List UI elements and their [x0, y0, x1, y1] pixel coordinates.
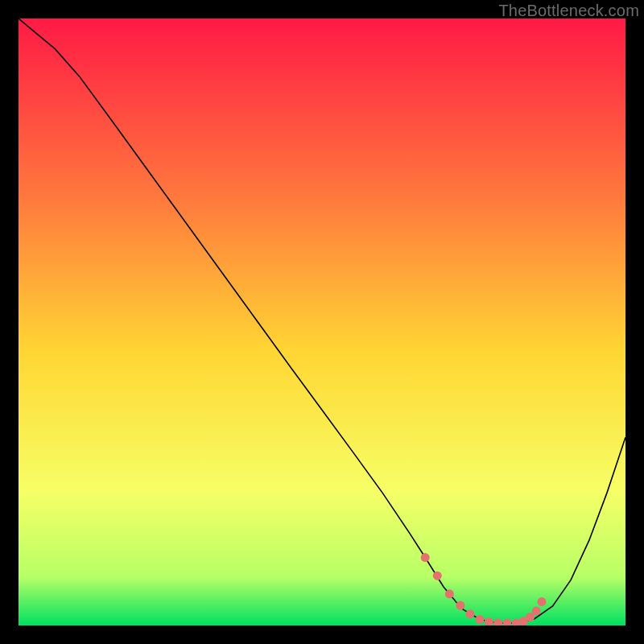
- optimal-marker: [433, 572, 442, 580]
- chart-svg: [19, 19, 625, 625]
- watermark-text: TheBottleneck.com: [498, 2, 639, 20]
- chart-frame: TheBottleneck.com: [0, 0, 644, 644]
- plot-area: [19, 19, 625, 625]
- optimal-marker: [421, 553, 430, 562]
- optimal-marker: [456, 601, 464, 610]
- optimal-marker: [532, 606, 541, 615]
- optimal-marker: [476, 615, 485, 624]
- optimal-marker: [537, 597, 546, 606]
- optimal-marker: [465, 609, 474, 618]
- gradient-background: [19, 19, 625, 625]
- optimal-marker: [445, 589, 454, 598]
